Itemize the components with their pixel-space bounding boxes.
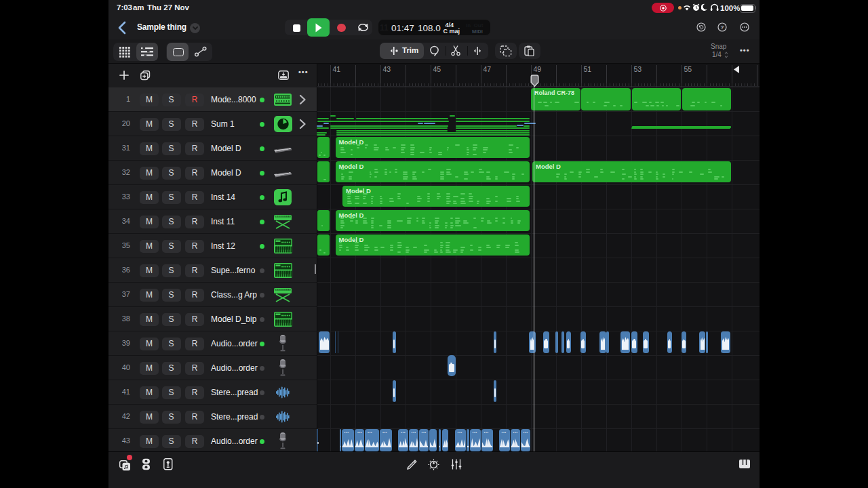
svg-text:?: ? <box>721 24 724 30</box>
